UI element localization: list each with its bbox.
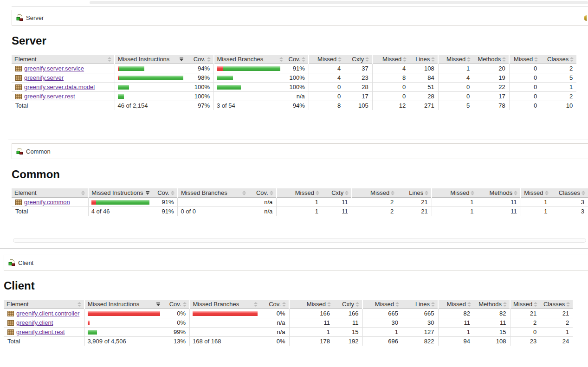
column-header-missed-branches[interactable]: Missed Branches: [178, 188, 249, 198]
package-icon: [15, 94, 22, 99]
cell-missed-methods: 0: [438, 83, 473, 92]
branch-cov-cell: n/a: [286, 92, 309, 101]
column-header-lines[interactable]: Lines: [402, 300, 438, 309]
total-cell-missed-cxty: 1: [277, 207, 322, 216]
cell-methods: 20: [473, 64, 509, 73]
column-header-label: Missed: [295, 189, 314, 196]
package-link[interactable]: greenify.client.rest: [16, 328, 65, 335]
sort-icon: [254, 302, 258, 307]
cell-missed-classes: 21: [510, 309, 540, 318]
cell-missed-cxty: 1: [277, 198, 322, 207]
package-link[interactable]: greenify.server.service: [24, 65, 84, 72]
column-header-missed[interactable]: Missed: [277, 188, 322, 198]
missed-instructions-bar: [118, 76, 183, 80]
column-header-missed[interactable]: Missed: [289, 300, 334, 309]
column-header-missed[interactable]: Missed: [521, 188, 551, 198]
column-header-missed-instructions[interactable]: Missed Instructions: [88, 188, 152, 198]
cell-lines: 127: [402, 328, 438, 337]
coverage-table-client: ElementMissed InstructionsCov.Missed Bra…: [4, 300, 573, 346]
package-link[interactable]: greenify.server.data.model: [24, 84, 95, 90]
column-header-element[interactable]: Element: [4, 300, 84, 309]
column-header-label: Cxty: [352, 56, 364, 63]
group-icon: [16, 148, 23, 155]
instr-cov-cell: 99%: [163, 328, 190, 337]
sort-icon: [302, 57, 305, 62]
column-header-missed-instructions[interactable]: Missed Instructions: [84, 300, 163, 309]
column-header-missed[interactable]: Missed: [509, 55, 541, 64]
column-header-methods[interactable]: Methods: [473, 55, 509, 64]
package-icon: [15, 75, 22, 81]
column-header-missed[interactable]: Missed: [362, 300, 402, 309]
sort-icon: [403, 57, 407, 62]
element-cell: greenify.server.service: [12, 64, 115, 73]
cell-missed-lines: 4: [372, 64, 409, 73]
column-header-label: Missed Branches: [181, 189, 227, 196]
section-heading-server: Server: [12, 35, 588, 47]
breadcrumb-label: Client: [18, 259, 33, 266]
column-header-missed-branches[interactable]: Missed Branches: [214, 55, 286, 64]
column-header-label: Missed Instructions: [91, 189, 143, 196]
cell-missed-classes: 0: [509, 64, 541, 73]
column-header-lines[interactable]: Lines: [397, 188, 432, 198]
column-header-missed[interactable]: Missed: [372, 55, 409, 64]
column-header-methods[interactable]: Methods: [474, 300, 510, 309]
column-header-missed[interactable]: Missed: [352, 188, 397, 198]
horizontal-scrollbar-track[interactable]: [13, 238, 586, 243]
column-header-cov-[interactable]: Cov.: [152, 188, 178, 198]
column-header-missed-branches[interactable]: Missed Branches: [190, 300, 261, 309]
column-header-methods[interactable]: Methods: [477, 188, 521, 198]
instr-cov-cell: 100%: [186, 92, 214, 101]
column-header-lines[interactable]: Lines: [409, 55, 438, 64]
breadcrumb-label: Common: [26, 148, 51, 155]
column-header-cov-[interactable]: Cov.: [249, 188, 276, 198]
sort-icon: [345, 191, 349, 195]
cell-lines: 108: [409, 64, 438, 73]
package-link[interactable]: greenify.server: [24, 74, 64, 81]
cell-missed-methods: 1: [438, 328, 474, 337]
column-header-cov-[interactable]: Cov.: [260, 300, 289, 309]
column-header-classes[interactable]: Classes: [541, 55, 576, 64]
column-header-classes[interactable]: Classes: [551, 188, 588, 198]
cell-methods: 22: [473, 83, 509, 92]
instr-cov-cell: 0%: [163, 318, 190, 328]
horizontal-scrollbar-thumb[interactable]: [90, 1, 588, 4]
cell-missed-classes: 0: [509, 83, 541, 92]
cell-methods: 82: [474, 309, 510, 318]
cell-missed-cxty: 4: [309, 73, 344, 83]
column-header-missed[interactable]: Missed: [309, 55, 344, 64]
package-link[interactable]: greenify.client.controller: [16, 310, 79, 317]
branch-cov-cell: n/a: [249, 198, 276, 207]
column-header-cxty[interactable]: Cxty: [344, 55, 372, 64]
cell-classes: 2: [540, 318, 573, 328]
column-header-cxty[interactable]: Cxty: [322, 188, 352, 198]
column-header-label: Missed: [446, 56, 465, 63]
element-cell: greenify.server.rest: [12, 92, 115, 101]
package-icon: [15, 84, 22, 90]
sort-icon: [471, 191, 474, 195]
total-cell-missed-cxty: 8: [309, 101, 344, 110]
session-clock-icon[interactable]: [584, 15, 587, 21]
cell-missed-classes: 0: [510, 328, 540, 337]
column-header-element[interactable]: Element: [12, 55, 115, 64]
column-header-missed-instructions[interactable]: Missed Instructions: [115, 55, 186, 64]
column-header-cxty[interactable]: Cxty: [334, 300, 362, 309]
total-cell-methods: 78: [473, 101, 509, 110]
package-link[interactable]: greenify.client: [16, 319, 53, 326]
column-header-element[interactable]: Element: [12, 188, 88, 198]
column-header-missed[interactable]: Missed: [438, 55, 473, 64]
column-header-cov-[interactable]: Cov.: [186, 55, 214, 64]
package-link[interactable]: greenify.common: [24, 199, 70, 206]
column-header-missed[interactable]: Missed: [510, 300, 540, 309]
column-header-label: Element: [14, 189, 37, 196]
cell-classes: 3: [551, 198, 588, 207]
column-header-missed[interactable]: Missed: [432, 188, 477, 198]
column-header-label: Cov.: [169, 301, 181, 308]
cell-methods: 15: [474, 328, 510, 337]
column-header-cov-[interactable]: Cov.: [163, 300, 190, 309]
missed-instructions-cell: [88, 198, 152, 207]
cell-cxty: 17: [344, 92, 372, 101]
column-header-missed[interactable]: Missed: [438, 300, 474, 309]
column-header-classes[interactable]: Classes: [540, 300, 573, 309]
column-header-cov-[interactable]: Cov.: [286, 55, 309, 64]
package-link[interactable]: greenify.server.rest: [24, 93, 75, 100]
